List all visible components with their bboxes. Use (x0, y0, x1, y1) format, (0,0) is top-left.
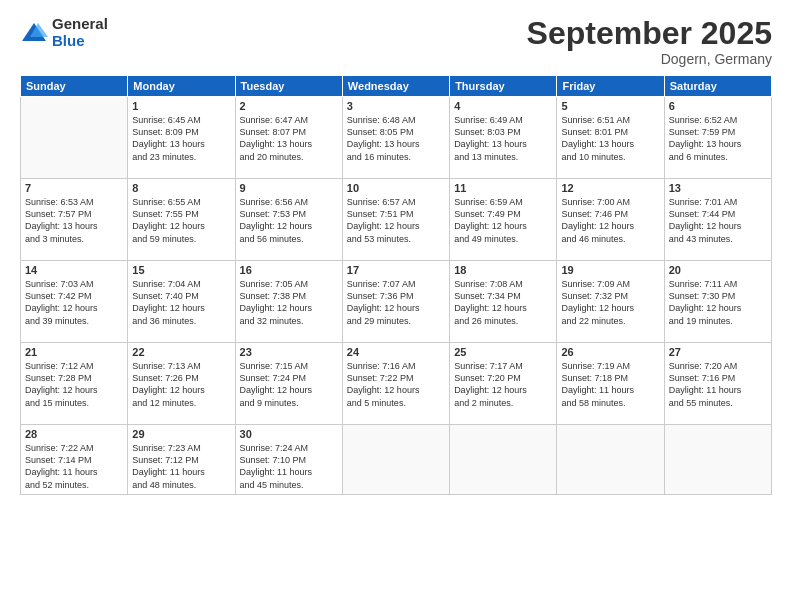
cell-line: Sunset: 7:12 PM (132, 455, 199, 465)
cell-line: and 15 minutes. (25, 398, 89, 408)
cell-line: Sunset: 7:18 PM (561, 373, 628, 383)
cell-content: Sunrise: 7:19 AMSunset: 7:18 PMDaylight:… (561, 360, 659, 409)
logo-icon (20, 19, 48, 47)
cell-line: Daylight: 13 hours (132, 139, 205, 149)
col-sunday: Sunday (21, 76, 128, 97)
table-row: 25Sunrise: 7:17 AMSunset: 7:20 PMDayligh… (450, 343, 557, 425)
cell-line: Sunset: 7:36 PM (347, 291, 414, 301)
cell-line: Sunset: 7:20 PM (454, 373, 521, 383)
col-tuesday: Tuesday (235, 76, 342, 97)
logo-general: General (52, 16, 108, 33)
cell-line: Sunrise: 7:24 AM (240, 443, 309, 453)
cell-line: Daylight: 12 hours (25, 385, 98, 395)
day-number: 26 (561, 346, 659, 358)
cell-line: Daylight: 12 hours (132, 221, 205, 231)
table-row: 30Sunrise: 7:24 AMSunset: 7:10 PMDayligh… (235, 425, 342, 495)
cell-line: Daylight: 12 hours (347, 221, 420, 231)
cell-line: Daylight: 12 hours (240, 303, 313, 313)
cell-line: and 9 minutes. (240, 398, 299, 408)
cell-line: Sunset: 7:49 PM (454, 209, 521, 219)
cell-line: Daylight: 12 hours (132, 303, 205, 313)
header-row: Sunday Monday Tuesday Wednesday Thursday… (21, 76, 772, 97)
cell-line: Sunset: 7:14 PM (25, 455, 92, 465)
cell-line: Sunrise: 7:04 AM (132, 279, 201, 289)
page: General Blue September 2025 Dogern, Germ… (0, 0, 792, 612)
cell-line: and 2 minutes. (454, 398, 513, 408)
cell-content: Sunrise: 7:04 AMSunset: 7:40 PMDaylight:… (132, 278, 230, 327)
cell-line: Daylight: 13 hours (669, 139, 742, 149)
day-number: 12 (561, 182, 659, 194)
col-monday: Monday (128, 76, 235, 97)
table-row: 11Sunrise: 6:59 AMSunset: 7:49 PMDayligh… (450, 179, 557, 261)
table-row: 3Sunrise: 6:48 AMSunset: 8:05 PMDaylight… (342, 97, 449, 179)
cell-content: Sunrise: 7:03 AMSunset: 7:42 PMDaylight:… (25, 278, 123, 327)
cell-line: Sunset: 7:57 PM (25, 209, 92, 219)
cell-line: Sunset: 7:16 PM (669, 373, 736, 383)
day-number: 28 (25, 428, 123, 440)
cell-line: Daylight: 13 hours (454, 139, 527, 149)
cell-line: and 32 minutes. (240, 316, 304, 326)
day-number: 11 (454, 182, 552, 194)
table-row: 12Sunrise: 7:00 AMSunset: 7:46 PMDayligh… (557, 179, 664, 261)
cell-line: Sunrise: 6:47 AM (240, 115, 309, 125)
logo: General Blue (20, 16, 108, 49)
cell-content: Sunrise: 6:52 AMSunset: 7:59 PMDaylight:… (669, 114, 767, 163)
cell-line: Daylight: 13 hours (240, 139, 313, 149)
cell-content: Sunrise: 7:11 AMSunset: 7:30 PMDaylight:… (669, 278, 767, 327)
cell-content: Sunrise: 7:05 AMSunset: 7:38 PMDaylight:… (240, 278, 338, 327)
cell-content: Sunrise: 6:55 AMSunset: 7:55 PMDaylight:… (132, 196, 230, 245)
table-row: 26Sunrise: 7:19 AMSunset: 7:18 PMDayligh… (557, 343, 664, 425)
cell-line: Sunset: 7:42 PM (25, 291, 92, 301)
cell-line: and 16 minutes. (347, 152, 411, 162)
day-number: 22 (132, 346, 230, 358)
cell-line: Sunrise: 7:13 AM (132, 361, 201, 371)
cell-line: and 58 minutes. (561, 398, 625, 408)
cell-line: and 6 minutes. (669, 152, 728, 162)
cell-line: Sunrise: 6:53 AM (25, 197, 94, 207)
day-number: 16 (240, 264, 338, 276)
cell-content: Sunrise: 7:09 AMSunset: 7:32 PMDaylight:… (561, 278, 659, 327)
cell-content: Sunrise: 6:51 AMSunset: 8:01 PMDaylight:… (561, 114, 659, 163)
cell-content: Sunrise: 6:56 AMSunset: 7:53 PMDaylight:… (240, 196, 338, 245)
cell-content: Sunrise: 7:12 AMSunset: 7:28 PMDaylight:… (25, 360, 123, 409)
cell-line: and 53 minutes. (347, 234, 411, 244)
day-number: 1 (132, 100, 230, 112)
day-number: 27 (669, 346, 767, 358)
cell-line: Sunset: 7:44 PM (669, 209, 736, 219)
cell-line: Sunset: 8:09 PM (132, 127, 199, 137)
cell-line: Sunset: 7:53 PM (240, 209, 307, 219)
cell-line: Daylight: 11 hours (132, 467, 205, 477)
cell-line: Sunrise: 6:51 AM (561, 115, 630, 125)
cell-line: Sunrise: 6:48 AM (347, 115, 416, 125)
table-row: 20Sunrise: 7:11 AMSunset: 7:30 PMDayligh… (664, 261, 771, 343)
cell-content: Sunrise: 7:23 AMSunset: 7:12 PMDaylight:… (132, 442, 230, 491)
cell-line: Sunset: 8:07 PM (240, 127, 307, 137)
cell-line: Sunrise: 6:52 AM (669, 115, 738, 125)
cell-line: and 22 minutes. (561, 316, 625, 326)
cell-line: Daylight: 12 hours (561, 221, 634, 231)
cell-line: Daylight: 12 hours (347, 303, 420, 313)
table-row: 15Sunrise: 7:04 AMSunset: 7:40 PMDayligh… (128, 261, 235, 343)
cell-content: Sunrise: 7:01 AMSunset: 7:44 PMDaylight:… (669, 196, 767, 245)
cell-content: Sunrise: 6:48 AMSunset: 8:05 PMDaylight:… (347, 114, 445, 163)
cell-line: Sunrise: 7:22 AM (25, 443, 94, 453)
cell-line: Sunrise: 7:20 AM (669, 361, 738, 371)
cell-line: Sunrise: 7:17 AM (454, 361, 523, 371)
day-number: 18 (454, 264, 552, 276)
cell-line: Daylight: 11 hours (240, 467, 313, 477)
cell-line: Daylight: 13 hours (561, 139, 634, 149)
cell-line: and 52 minutes. (25, 480, 89, 490)
table-row: 2Sunrise: 6:47 AMSunset: 8:07 PMDaylight… (235, 97, 342, 179)
cell-line: and 20 minutes. (240, 152, 304, 162)
cell-line: Sunrise: 7:00 AM (561, 197, 630, 207)
cell-line: and 56 minutes. (240, 234, 304, 244)
cell-line: and 55 minutes. (669, 398, 733, 408)
cell-content: Sunrise: 7:07 AMSunset: 7:36 PMDaylight:… (347, 278, 445, 327)
day-number: 29 (132, 428, 230, 440)
table-row: 4Sunrise: 6:49 AMSunset: 8:03 PMDaylight… (450, 97, 557, 179)
cell-line: Sunrise: 7:16 AM (347, 361, 416, 371)
cell-content: Sunrise: 6:45 AMSunset: 8:09 PMDaylight:… (132, 114, 230, 163)
cell-line: and 59 minutes. (132, 234, 196, 244)
table-row: 14Sunrise: 7:03 AMSunset: 7:42 PMDayligh… (21, 261, 128, 343)
cell-line: Sunset: 8:05 PM (347, 127, 414, 137)
